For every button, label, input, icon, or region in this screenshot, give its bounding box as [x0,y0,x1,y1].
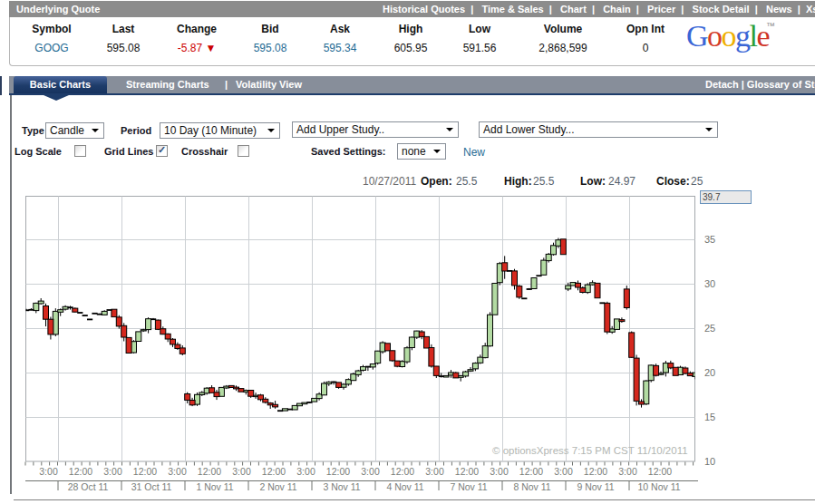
svg-text:Close:: Close: [656,175,690,188]
svg-text:8 Nov 11: 8 Nov 11 [513,481,550,492]
svg-text:Low:: Low: [580,175,606,188]
svg-text:4 Nov 11: 4 Nov 11 [386,481,423,492]
svg-text:28 Oct 11: 28 Oct 11 [68,481,109,492]
svg-text:3:00: 3:00 [554,466,573,477]
svg-text:Open:: Open: [421,175,452,188]
svg-text:2 Nov 11: 2 Nov 11 [259,481,296,492]
svg-text:3:00: 3:00 [618,466,637,477]
svg-text:12:00: 12:00 [391,466,414,477]
svg-text:30: 30 [704,278,715,289]
svg-text:15: 15 [704,412,715,422]
svg-text:10/27/2011: 10/27/2011 [363,175,416,188]
svg-text:10: 10 [704,456,715,467]
svg-text:3:00: 3:00 [232,466,251,477]
svg-text:24.97: 24.97 [608,175,636,188]
svg-text:12:00: 12:00 [584,466,607,477]
svg-text:25.5: 25.5 [533,175,555,188]
svg-text:10 Nov 11: 10 Nov 11 [637,481,680,492]
svg-text:3 Nov 11: 3 Nov 11 [323,481,360,492]
svg-text:3:00: 3:00 [39,466,58,477]
svg-text:39.7: 39.7 [703,192,721,202]
svg-text:12:00: 12:00 [133,466,157,477]
svg-text:31 Oct 11: 31 Oct 11 [131,481,172,492]
svg-text:25.5: 25.5 [456,175,478,188]
svg-text:3:00: 3:00 [361,466,380,477]
svg-text:20: 20 [704,367,715,378]
svg-text:12:00: 12:00 [326,466,350,477]
svg-text:3:00: 3:00 [425,466,444,477]
svg-text:25: 25 [704,323,715,334]
svg-text:35: 35 [704,234,715,245]
svg-text:3:00: 3:00 [296,466,315,477]
svg-text:12:00: 12:00 [519,466,543,477]
svg-text:12:00: 12:00 [455,466,479,477]
svg-text:7 Nov 11: 7 Nov 11 [450,481,487,492]
svg-text:12:00: 12:00 [262,466,286,477]
svg-text:25: 25 [691,175,703,188]
svg-text:9 Nov 11: 9 Nov 11 [577,481,614,492]
svg-text:12:00: 12:00 [69,466,92,477]
svg-text:© optionsXpress 7:15 PM CST 11: © optionsXpress 7:15 PM CST 11/10/2011 [492,445,688,456]
svg-text:High:: High: [504,175,532,188]
svg-text:12:00: 12:00 [648,466,672,477]
svg-text:3:00: 3:00 [103,466,122,477]
svg-text:3:00: 3:00 [490,466,509,477]
svg-text:1 Nov 11: 1 Nov 11 [196,481,233,492]
svg-text:3:00: 3:00 [168,466,187,477]
svg-text:12:00: 12:00 [198,466,221,477]
